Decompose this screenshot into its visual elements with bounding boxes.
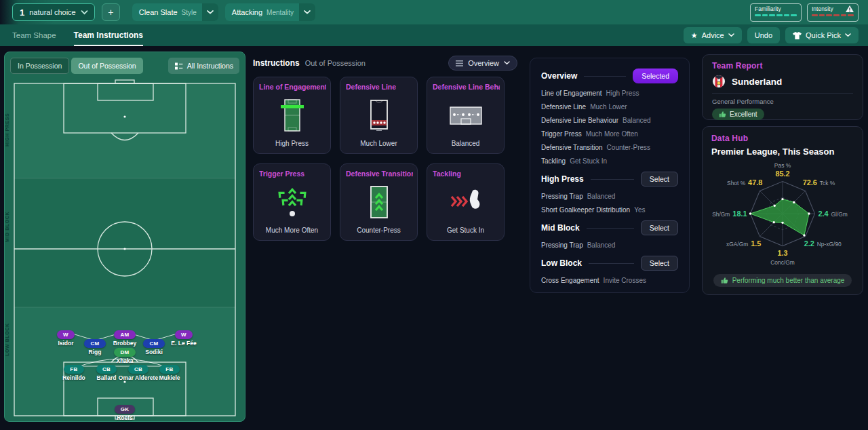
chevron-down-icon bbox=[728, 33, 734, 37]
trigger-press-icon bbox=[273, 178, 311, 227]
svg-text:85.2: 85.2 bbox=[775, 170, 789, 178]
divider bbox=[712, 93, 853, 94]
all-instructions-button[interactable]: All Instructions bbox=[168, 58, 239, 74]
club-row: Sunderland bbox=[712, 75, 853, 88]
tab-team-shape[interactable]: Team Shape bbox=[12, 24, 56, 46]
section-header-low-block: Low BlockSelect bbox=[541, 256, 678, 271]
instruction-card-defensive-line-behaviour[interactable]: Defensive Line BehavioBalanced bbox=[427, 77, 505, 154]
instruction-card-defensive-line[interactable]: Defensive LineMuch Lower bbox=[340, 77, 418, 154]
select-button[interactable]: Select bbox=[641, 256, 678, 271]
radar-axis-text: xGA/Gm bbox=[726, 241, 748, 248]
instruction-card-tackling[interactable]: TacklingGet Stuck In bbox=[427, 163, 505, 241]
row-value: Balanced bbox=[623, 117, 651, 124]
meter-segment bbox=[791, 14, 797, 16]
zone-label-high-press: HIGH PRESS bbox=[5, 102, 14, 157]
player-position-pill[interactable]: W bbox=[175, 330, 193, 339]
svg-text:Pas %: Pas % bbox=[774, 162, 791, 169]
defensive-transition-icon bbox=[361, 178, 397, 227]
select-button[interactable]: Select bbox=[641, 172, 678, 187]
view-selector-dropdown[interactable]: Overview bbox=[448, 56, 517, 71]
radar-axis-text: Conc/Gm bbox=[770, 259, 795, 266]
card-value: Much Lower bbox=[360, 140, 397, 147]
shirt-icon bbox=[793, 32, 802, 39]
possession-toggle: In Possession Out of Possession All Inst… bbox=[10, 58, 239, 74]
card-title: Tackling bbox=[433, 170, 461, 178]
chevron-down-icon bbox=[202, 3, 218, 21]
mentality-label: Mentality bbox=[267, 9, 294, 16]
summary-row: Pressing TrapBalanced bbox=[541, 241, 678, 249]
instruction-cards: Line of EngagementHigh PressDefensive Li… bbox=[253, 77, 517, 241]
advice-button[interactable]: ★ Advice bbox=[684, 27, 742, 43]
section-header-overview: OverviewSelected bbox=[541, 69, 678, 83]
radar-axis-text: Np-xG/90 bbox=[817, 241, 842, 248]
data-hub-footer: Performing much better than average bbox=[711, 274, 854, 287]
tab-team-instructions[interactable]: Team Instructions bbox=[74, 24, 143, 46]
row-value: Much More Often bbox=[586, 130, 638, 138]
meter-segment bbox=[755, 14, 761, 16]
instruction-card-trigger-press[interactable]: Trigger PressMuch More Often bbox=[253, 163, 331, 241]
tackling-icon bbox=[447, 178, 485, 227]
tactic-selector[interactable]: 1 natural choice bbox=[12, 3, 95, 21]
style-dropdown[interactable]: Clean Slate Style bbox=[132, 3, 218, 21]
instruction-card-line-of-engagement[interactable]: Line of EngagementHigh Press bbox=[253, 77, 331, 154]
in-possession-button[interactable]: In Possession bbox=[10, 58, 69, 74]
row-label: Tackling bbox=[541, 157, 566, 165]
team-instructions-screen: 1 natural choice + Clean Slate Style Att… bbox=[0, 0, 868, 430]
style-value: Clean Slate bbox=[139, 8, 178, 16]
player-name: E. Le Fée bbox=[155, 340, 212, 347]
tab-bar: Team ShapeTeam Instructions ★ Advice Und… bbox=[0, 24, 868, 46]
summary-row: TacklingGet Stuck In bbox=[541, 157, 678, 165]
svg-text:Conc/Gm: Conc/Gm bbox=[770, 259, 795, 266]
radar-chart: Pas %85.272.6Tck %2.4Gl/Gm2.2Np-xG/901.3… bbox=[711, 157, 854, 273]
selected-button[interactable]: Selected bbox=[633, 69, 678, 83]
radar-axis-text: Shot % bbox=[727, 180, 746, 187]
tactic-meters: Familiarity Intensity bbox=[750, 3, 859, 22]
meter-segment bbox=[812, 14, 818, 16]
radar-axis-text: 18.1 bbox=[732, 210, 747, 218]
player-position-pill[interactable]: GK bbox=[115, 405, 136, 414]
thumbs-up-icon bbox=[719, 111, 726, 118]
radar-axis-text: 2.2 bbox=[804, 239, 814, 248]
row-label: Defensive Line Behaviour bbox=[541, 117, 618, 124]
quick-pick-button[interactable]: Quick Pick bbox=[785, 27, 859, 43]
card-value: High Press bbox=[275, 140, 309, 147]
radar-axis-text: Pas % bbox=[774, 162, 791, 169]
section-title: Mid Block bbox=[541, 223, 580, 233]
instruction-card-defensive-transition[interactable]: Defensive TransitionCounter-Press bbox=[340, 163, 418, 241]
row-label: Pressing Trap bbox=[541, 193, 583, 200]
section-title: High Press bbox=[541, 174, 584, 184]
main-content: In Possession Out of Possession All Inst… bbox=[0, 46, 868, 430]
radar-axis-text: 2.4 bbox=[818, 210, 829, 218]
performance-note-badge: Performing much better than average bbox=[713, 274, 852, 287]
radar-axis-text: 1.5 bbox=[751, 239, 761, 248]
meter-segment bbox=[848, 14, 854, 16]
meter-segment bbox=[826, 14, 832, 16]
row-value: Counter-Press bbox=[607, 144, 650, 151]
team-report-title: Team Report bbox=[712, 61, 853, 71]
summary-row: Cross EngagementInvite Crosses bbox=[541, 277, 678, 284]
divider bbox=[591, 179, 634, 180]
view-selector-value: Overview bbox=[468, 59, 499, 67]
intensity-meter: Intensity bbox=[807, 3, 859, 22]
zone-label-mid-block: MID BLOCK bbox=[5, 199, 14, 254]
chevron-down-icon bbox=[81, 10, 88, 15]
divider bbox=[589, 263, 634, 264]
svg-text:1.3: 1.3 bbox=[777, 249, 787, 257]
add-tactic-button[interactable]: + bbox=[102, 3, 120, 21]
advice-label: Advice bbox=[702, 31, 724, 39]
select-button[interactable]: Select bbox=[641, 220, 678, 235]
mentality-dropdown[interactable]: Attacking Mentality bbox=[225, 3, 315, 21]
undo-button[interactable]: Undo bbox=[747, 27, 780, 43]
undo-label: Undo bbox=[755, 31, 772, 39]
instructions-subtitle: Out of Possession bbox=[305, 59, 366, 67]
general-performance-label: General Performance bbox=[712, 98, 853, 105]
summary-row: Line of EngagementHigh Press bbox=[541, 90, 678, 97]
hamburger-icon bbox=[456, 60, 463, 66]
intensity-segments bbox=[812, 14, 854, 16]
player: FBMukiele bbox=[141, 361, 198, 381]
data-hub-title: Data Hub bbox=[711, 134, 854, 143]
player-position-pill[interactable]: FB bbox=[159, 365, 179, 374]
player-position-pill[interactable]: DM bbox=[114, 348, 135, 357]
out-of-possession-button[interactable]: Out of Possession bbox=[71, 58, 142, 74]
card-value: Much More Often bbox=[266, 227, 318, 234]
